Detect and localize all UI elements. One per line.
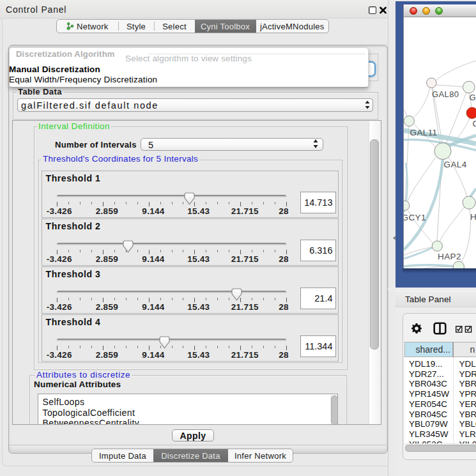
svg-text:GAL4: GAL4 <box>444 160 467 169</box>
svg-text:HAP2: HAP2 <box>438 252 461 261</box>
svg-text:C: C <box>473 119 476 128</box>
svg-text:GA: GA <box>470 93 476 102</box>
svg-text:GAL80: GAL80 <box>432 89 459 99</box>
svg-text:H: H <box>470 212 476 222</box>
svg-text:GAL11: GAL11 <box>410 128 438 137</box>
svg-text:GCY1: GCY1 <box>404 213 426 222</box>
